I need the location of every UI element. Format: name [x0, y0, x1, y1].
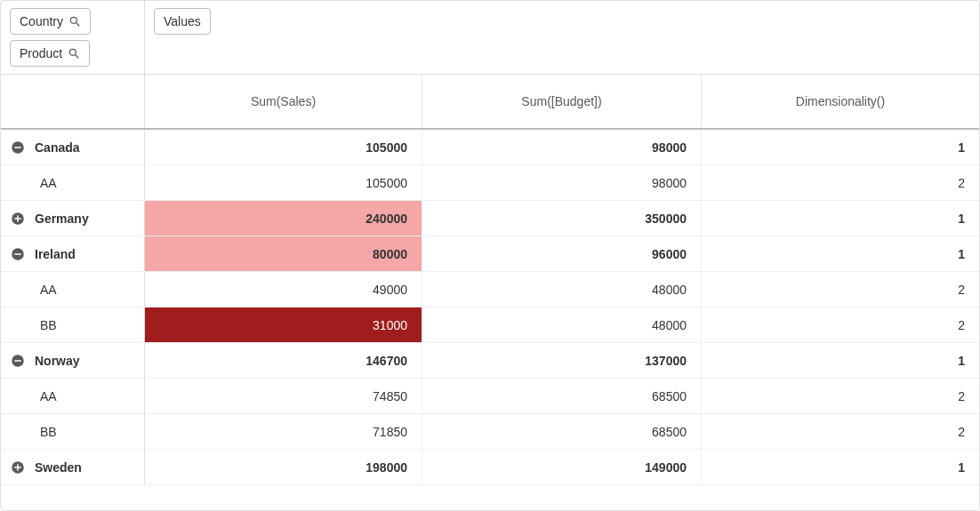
- row-dimensions: Country Product: [1, 1, 145, 74]
- svg-rect-10: [14, 253, 21, 255]
- row-label: AA: [40, 283, 57, 297]
- table-row: Germany2400003500001: [1, 201, 979, 236]
- row-label: Ireland: [35, 247, 76, 261]
- dimension-chip-values[interactable]: Values: [154, 8, 211, 35]
- cell-dimensionality[interactable]: 1: [702, 236, 979, 271]
- row-label: AA: [40, 176, 57, 190]
- cell-budget[interactable]: 98000: [422, 130, 702, 164]
- cell-sales[interactable]: 146700: [145, 343, 422, 378]
- row-label-cell[interactable]: BB: [1, 414, 145, 449]
- cell-budget[interactable]: 98000: [422, 165, 702, 200]
- row-label-cell[interactable]: AA: [1, 272, 145, 307]
- cell-budget[interactable]: 68500: [422, 414, 702, 449]
- table-row: AA49000480002: [1, 272, 979, 307]
- table-row: Sweden1980001490001: [1, 450, 979, 485]
- svg-rect-5: [14, 147, 21, 148]
- collapse-icon[interactable]: [10, 353, 26, 369]
- search-icon: [68, 15, 81, 28]
- cell-dimensionality[interactable]: 2: [702, 272, 979, 307]
- cell-budget[interactable]: 149000: [422, 450, 702, 484]
- collapse-icon[interactable]: [10, 140, 26, 156]
- cell-budget[interactable]: 68500: [422, 379, 702, 413]
- row-label: AA: [40, 389, 57, 403]
- cell-dimensionality[interactable]: 1: [702, 130, 979, 164]
- cell-dimensionality[interactable]: 2: [702, 414, 979, 449]
- cell-dimensionality[interactable]: 2: [702, 165, 979, 200]
- row-label-cell[interactable]: Germany: [1, 201, 145, 236]
- dimension-chip-label: Product: [20, 46, 62, 60]
- row-label: Sweden: [35, 460, 82, 475]
- cell-budget[interactable]: 48000: [422, 272, 702, 307]
- cell-budget[interactable]: 350000: [422, 201, 702, 236]
- search-icon: [68, 47, 80, 60]
- table-row: AA74850685002: [1, 379, 979, 414]
- cell-sales[interactable]: 31000: [145, 307, 422, 342]
- svg-rect-12: [14, 360, 21, 362]
- cell-budget[interactable]: 96000: [422, 236, 702, 271]
- cell-dimensionality[interactable]: 2: [702, 307, 979, 342]
- dimension-chip-country[interactable]: Country: [10, 8, 91, 35]
- table-row: BB71850685002: [1, 414, 979, 450]
- cell-dimensionality[interactable]: 1: [702, 343, 979, 378]
- row-label-cell[interactable]: Norway: [1, 343, 145, 378]
- column-headers: Sum(Sales) Sum([Budget]) Dimensionality(…: [1, 75, 979, 130]
- row-label-cell[interactable]: AA: [1, 379, 145, 413]
- cell-sales[interactable]: 105000: [145, 130, 422, 164]
- row-label-cell[interactable]: Canada: [1, 130, 145, 164]
- cell-dimensionality[interactable]: 1: [702, 201, 979, 236]
- svg-rect-8: [17, 215, 19, 222]
- column-dimensions: Values: [145, 1, 979, 74]
- cell-sales[interactable]: 49000: [145, 272, 422, 307]
- pivot-table: Country Product Values: [0, 0, 980, 511]
- dimension-chip-label: Country: [20, 14, 63, 28]
- row-label-cell[interactable]: BB: [1, 307, 145, 342]
- pivot-config-area: Country Product Values: [1, 1, 979, 75]
- svg-point-0: [70, 17, 76, 23]
- column-header-sales[interactable]: Sum(Sales): [145, 75, 422, 128]
- row-label: Germany: [35, 212, 89, 226]
- cell-sales[interactable]: 80000: [145, 236, 422, 271]
- dimension-chip-product[interactable]: Product: [10, 40, 90, 67]
- cell-dimensionality[interactable]: 2: [702, 379, 979, 413]
- row-label: Canada: [35, 140, 80, 155]
- cell-dimensionality[interactable]: 1: [702, 450, 979, 484]
- column-header-budget[interactable]: Sum([Budget]): [422, 75, 702, 128]
- row-label: Norway: [35, 354, 80, 368]
- row-label: BB: [40, 425, 57, 439]
- cell-sales[interactable]: 71850: [145, 414, 422, 449]
- row-label-cell[interactable]: AA: [1, 165, 145, 200]
- table-row: Norway1467001370001: [1, 343, 979, 379]
- expand-icon[interactable]: [10, 459, 26, 475]
- cell-budget[interactable]: 137000: [422, 343, 702, 378]
- table-row: BB31000480002: [1, 307, 979, 343]
- svg-line-1: [76, 23, 80, 27]
- table-row: AA105000980002: [1, 165, 979, 201]
- svg-line-3: [76, 55, 79, 59]
- svg-rect-15: [17, 464, 19, 471]
- cell-sales[interactable]: 105000: [145, 165, 422, 200]
- cell-budget[interactable]: 48000: [422, 307, 702, 342]
- row-label-cell[interactable]: Sweden: [1, 450, 145, 484]
- row-label-cell[interactable]: Ireland: [1, 236, 145, 271]
- svg-point-2: [70, 49, 76, 55]
- cell-sales[interactable]: 240000: [145, 201, 422, 236]
- dimension-chip-label: Values: [164, 14, 201, 28]
- table-row: Canada105000980001: [1, 130, 979, 165]
- collapse-icon[interactable]: [10, 246, 26, 262]
- table-row: Ireland80000960001: [1, 236, 979, 272]
- cell-sales[interactable]: 198000: [145, 450, 422, 484]
- column-header-dimensionality[interactable]: Dimensionality(): [702, 75, 979, 128]
- table-body: Canada105000980001AA105000980002Germany2…: [1, 130, 979, 485]
- row-label: BB: [40, 318, 57, 332]
- expand-icon[interactable]: [10, 211, 26, 227]
- header-spacer: [1, 75, 145, 128]
- cell-sales[interactable]: 74850: [145, 379, 422, 413]
